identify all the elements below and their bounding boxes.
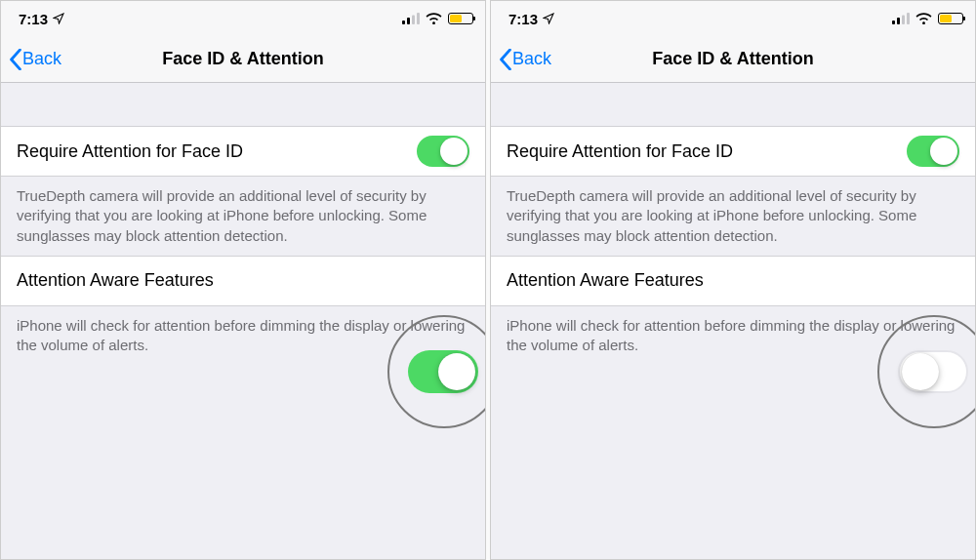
back-label: Back bbox=[512, 49, 551, 69]
back-label: Back bbox=[22, 49, 61, 69]
row-require-attention: Require Attention for Face ID bbox=[491, 126, 975, 177]
svg-rect-3 bbox=[417, 13, 420, 24]
chevron-left-icon bbox=[499, 49, 512, 70]
row-footer: iPhone will check for attention before d… bbox=[1, 306, 485, 366]
cellular-signal-icon bbox=[402, 13, 420, 24]
row-footer: TrueDepth camera will provide an additio… bbox=[1, 177, 485, 256]
battery-fill bbox=[940, 15, 952, 22]
row-require-attention: Require Attention for Face ID bbox=[1, 126, 485, 177]
status-time: 7:13 bbox=[508, 11, 538, 27]
location-icon bbox=[543, 13, 554, 24]
row-label: Require Attention for Face ID bbox=[507, 141, 733, 162]
nav-bar: Back Face ID & Attention bbox=[491, 36, 975, 83]
group-spacer bbox=[1, 83, 485, 126]
nav-bar: Back Face ID & Attention bbox=[1, 36, 485, 83]
svg-rect-2 bbox=[412, 16, 415, 25]
require-attention-toggle[interactable] bbox=[417, 136, 469, 167]
attention-aware-toggle[interactable] bbox=[408, 350, 478, 393]
wifi-icon bbox=[915, 13, 932, 24]
location-icon bbox=[53, 13, 64, 24]
battery-fill bbox=[450, 15, 462, 22]
row-attention-aware: Attention Aware Features bbox=[1, 256, 485, 306]
svg-rect-7 bbox=[907, 13, 910, 24]
back-button[interactable]: Back bbox=[499, 49, 551, 70]
chevron-left-icon bbox=[9, 49, 22, 70]
status-bar: 7:13 bbox=[491, 1, 975, 36]
cellular-signal-icon bbox=[892, 13, 910, 24]
wifi-icon bbox=[426, 13, 442, 24]
status-bar: 7:13 bbox=[1, 1, 485, 36]
svg-rect-6 bbox=[902, 16, 905, 25]
row-attention-aware: Attention Aware Features bbox=[491, 256, 975, 306]
status-time: 7:13 bbox=[19, 11, 48, 27]
attention-aware-toggle[interactable] bbox=[898, 350, 968, 393]
screenshot-left: 7:13 Back Face I bbox=[0, 0, 486, 560]
svg-rect-5 bbox=[897, 18, 900, 24]
page-title: Face ID & Attention bbox=[1, 49, 485, 69]
row-label: Require Attention for Face ID bbox=[17, 141, 243, 162]
svg-rect-0 bbox=[402, 20, 405, 24]
page-title: Face ID & Attention bbox=[491, 49, 975, 69]
row-footer: TrueDepth camera will provide an additio… bbox=[491, 177, 975, 256]
battery-icon bbox=[448, 13, 473, 24]
require-attention-toggle[interactable] bbox=[907, 136, 959, 167]
row-footer: iPhone will check for attention before d… bbox=[491, 306, 975, 366]
back-button[interactable]: Back bbox=[9, 49, 61, 70]
group-spacer bbox=[491, 83, 975, 126]
svg-rect-1 bbox=[407, 18, 410, 24]
row-label: Attention Aware Features bbox=[17, 270, 214, 291]
svg-rect-4 bbox=[892, 20, 895, 24]
battery-icon bbox=[938, 13, 963, 24]
row-label: Attention Aware Features bbox=[507, 270, 704, 291]
screenshot-right: 7:13 Back Face I bbox=[490, 0, 976, 560]
